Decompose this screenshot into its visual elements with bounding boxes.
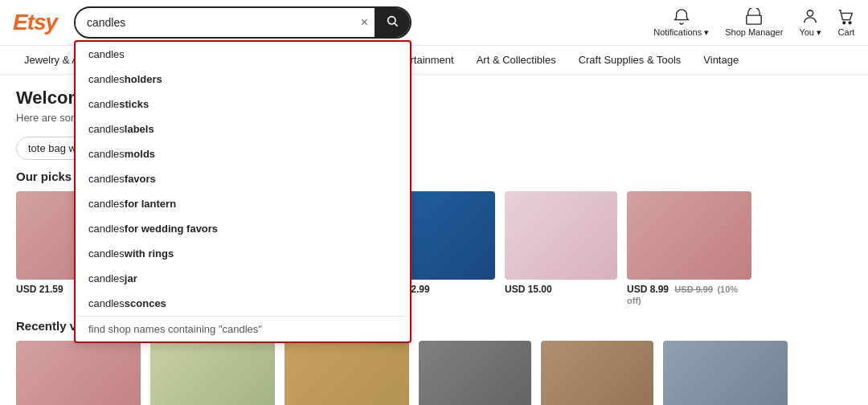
list-item[interactable]: USD 15.00 [505, 191, 617, 306]
autocomplete-item-candles[interactable]: candles [76, 42, 410, 67]
search-clear-button[interactable]: × [354, 10, 375, 35]
cart-icon [837, 8, 855, 26]
svg-point-3 [808, 10, 813, 15]
shop-manager-button[interactable]: Shop Manager [725, 8, 783, 37]
nav-craft[interactable]: Craft Supplies & Tools [567, 46, 693, 74]
svg-point-4 [843, 22, 845, 24]
product-price: USD 15.00 [505, 284, 617, 295]
nav-vintage[interactable]: Vintage [692, 46, 750, 74]
autocomplete-item-molds[interactable]: candles molds [76, 141, 410, 166]
recently-viewed-grid: USD 21.59 USD 23.99 (10% off) USD 13.49 … [16, 341, 852, 405]
list-item[interactable]: USD 21.59 USD 23.99 (10% off) [285, 341, 409, 405]
product-image [505, 191, 617, 280]
notifications-button[interactable]: Notifications ▾ [653, 8, 709, 38]
bell-icon [673, 8, 690, 26]
search-input[interactable] [76, 10, 354, 35]
product-image [150, 341, 275, 405]
list-item[interactable]: USD 21.59 USD 23.99 (10% off) [16, 341, 141, 405]
header: Etsy × candles candles holders candlesti… [0, 0, 868, 46]
person-icon [801, 8, 819, 26]
autocomplete-item-labels[interactable]: candles labels [76, 117, 410, 141]
product-image [663, 341, 788, 405]
product-image [419, 341, 531, 405]
list-item[interactable]: USD 18.00 Bestseller [419, 341, 531, 405]
svg-point-5 [849, 22, 851, 24]
shop-icon [745, 8, 763, 26]
svg-rect-2 [747, 15, 761, 24]
product-image [16, 341, 141, 405]
autocomplete-find-shops[interactable]: find shop names containing "candles" [76, 317, 410, 342]
product-image [285, 341, 409, 405]
you-button[interactable]: You ▾ [799, 8, 821, 38]
autocomplete-item-sconces[interactable]: candles sconces [76, 291, 410, 316]
cart-button[interactable]: Cart [837, 8, 855, 37]
list-item[interactable]: USD 8.99 USD 9.99 (10% off) [627, 191, 751, 306]
list-item[interactable]: USD 13.49 USD 14.99 (10% off) [150, 341, 275, 405]
search-container: × candles candles holders candlesticks c… [74, 6, 411, 39]
list-item[interactable]: USD 149.99 USD 299.98 (50% off) [663, 341, 788, 405]
header-icons: Notifications ▾ Shop Manager You ▾ Cart [653, 8, 855, 38]
svg-point-0 [388, 17, 395, 24]
product-image [627, 191, 751, 280]
svg-line-1 [395, 23, 398, 27]
search-icon [386, 14, 399, 27]
autocomplete-item-favors[interactable]: candles favors [76, 166, 410, 191]
product-image [541, 341, 653, 405]
autocomplete-item-with-rings[interactable]: candles with rings [76, 241, 410, 266]
autocomplete-item-jar[interactable]: candles jar [76, 266, 410, 291]
list-item[interactable]: USD 1,349.00 [541, 341, 653, 405]
product-price: USD 8.99 USD 9.99 (10% off) [627, 284, 751, 306]
etsy-logo[interactable]: Etsy [13, 10, 61, 35]
search-box: × [74, 6, 411, 39]
search-submit-button[interactable] [375, 8, 410, 37]
autocomplete-dropdown: candles candles holders candlesticks can… [74, 40, 411, 343]
nav-art[interactable]: Art & Collectibles [465, 46, 567, 74]
autocomplete-item-for-lantern[interactable]: candles for lantern [76, 191, 410, 216]
autocomplete-item-sticks[interactable]: candlesticks [76, 92, 410, 117]
autocomplete-item-holders[interactable]: candles holders [76, 67, 410, 92]
autocomplete-item-for-wedding-favors[interactable]: candles for wedding favors [76, 216, 410, 241]
